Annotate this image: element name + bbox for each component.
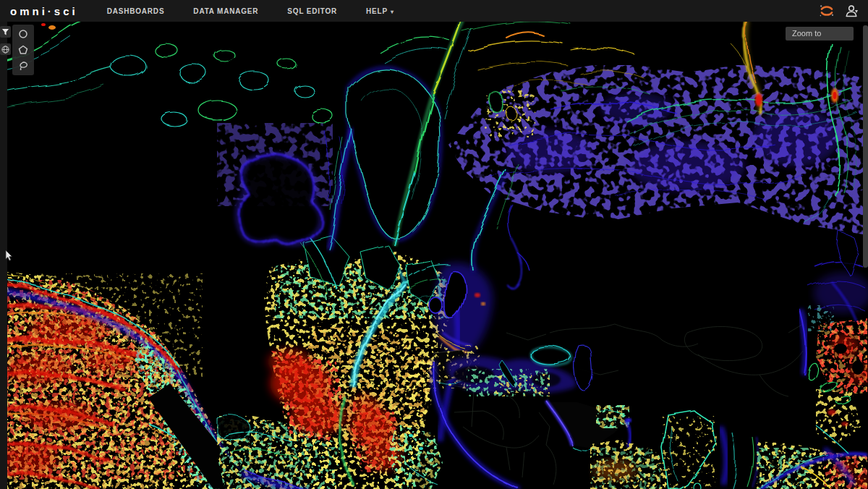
collapsed-panel-edge bbox=[0, 22, 7, 489]
lasso-select-tool[interactable] bbox=[16, 59, 30, 72]
lasso-tool-icon bbox=[18, 61, 28, 71]
filter-button[interactable] bbox=[0, 26, 11, 38]
nav-data-manager[interactable]: DATA MANAGER bbox=[192, 4, 260, 18]
circle-tool-icon bbox=[18, 29, 28, 39]
main-nav: DASHBOARDS DATA MANAGER SQL EDITOR HELP▾ bbox=[106, 4, 422, 18]
nav-dashboards[interactable]: DASHBOARDS bbox=[106, 4, 166, 18]
user-menu[interactable]: ▾ bbox=[843, 3, 858, 19]
vertical-scrollbar[interactable] bbox=[863, 25, 868, 268]
jupyter-icon[interactable] bbox=[819, 3, 835, 19]
polygon-tool-icon bbox=[18, 45, 28, 55]
omnisci-logo: omni·sci bbox=[10, 5, 78, 17]
polygon-select-tool[interactable] bbox=[16, 43, 30, 56]
app-window: omni·sci DASHBOARDS DATA MANAGER SQL EDI… bbox=[0, 0, 868, 489]
globe-button[interactable] bbox=[0, 43, 11, 55]
map-canvas bbox=[0, 22, 868, 489]
globe-icon bbox=[1, 46, 9, 54]
filter-funnel-icon bbox=[1, 28, 9, 36]
zoom-to-tooltip: Zoom to bbox=[786, 27, 854, 41]
chevron-down-icon: ▾ bbox=[391, 9, 394, 15]
chevron-down-icon: ▾ bbox=[855, 8, 858, 14]
map-chart[interactable]: Zoom to bbox=[0, 22, 868, 489]
nav-sql-editor[interactable]: SQL EDITOR bbox=[286, 4, 339, 18]
topbar-right: ▾ bbox=[819, 0, 858, 22]
draw-tools-panel bbox=[12, 25, 34, 75]
circle-select-tool[interactable] bbox=[16, 27, 30, 41]
nav-help-menu[interactable]: HELP▾ bbox=[365, 4, 396, 18]
top-nav-bar: omni·sci DASHBOARDS DATA MANAGER SQL EDI… bbox=[0, 0, 868, 22]
